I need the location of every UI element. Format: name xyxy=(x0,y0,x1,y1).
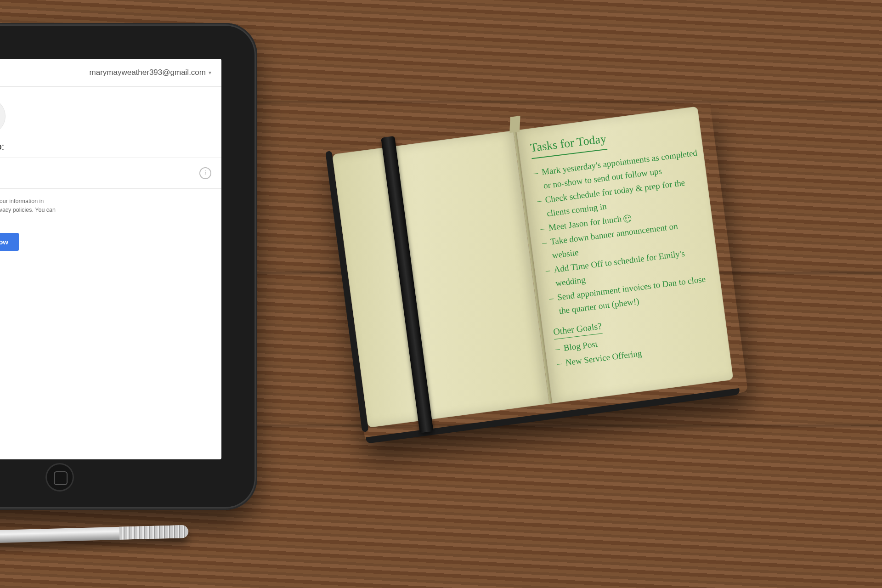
tablet-device: marymayweather393@gmail.com ▾ ✓ meTa ▾ T… xyxy=(0,23,257,510)
chevron-down-icon: ▾ xyxy=(209,69,211,76)
open-notebook: Tasks for Today Mark yesterday's appoint… xyxy=(332,105,743,437)
timetap-app-icon: ✓ meTa xyxy=(0,98,6,135)
consent-heading: ▾ TimeTap would like to: xyxy=(0,139,221,158)
account-bar[interactable]: marymayweather393@gmail.com ▾ xyxy=(0,59,221,87)
consent-disclaimer: you allow this app and Google to use you… xyxy=(0,189,66,223)
app-identity-row: ✓ meTa xyxy=(0,87,221,139)
ribbon-bookmark-icon xyxy=(509,116,520,133)
allow-button[interactable]: Allow xyxy=(0,233,19,251)
smiley-icon xyxy=(623,215,632,223)
task-list: Mark yesterday's appointments as complet… xyxy=(533,146,716,319)
consent-button-row: Deny Allow xyxy=(0,223,221,251)
notebook-left-page xyxy=(332,130,549,428)
mechanical-pencil xyxy=(0,525,188,544)
desk-scene: marymayweather393@gmail.com ▾ ✓ meTa ▾ T… xyxy=(0,0,882,588)
tablet-screen: marymayweather393@gmail.com ▾ ✓ meTa ▾ T… xyxy=(0,59,221,459)
tablet-home-button-icon[interactable] xyxy=(45,463,74,492)
permission-scope-row[interactable]: ge your calendars i xyxy=(0,158,221,189)
notes-subheading: Other Goals? xyxy=(553,319,603,339)
info-icon[interactable]: i xyxy=(199,167,211,179)
handwritten-notes: Tasks for Today Mark yesterday's appoint… xyxy=(529,119,723,373)
account-email: marymayweather393@gmail.com xyxy=(90,68,206,77)
